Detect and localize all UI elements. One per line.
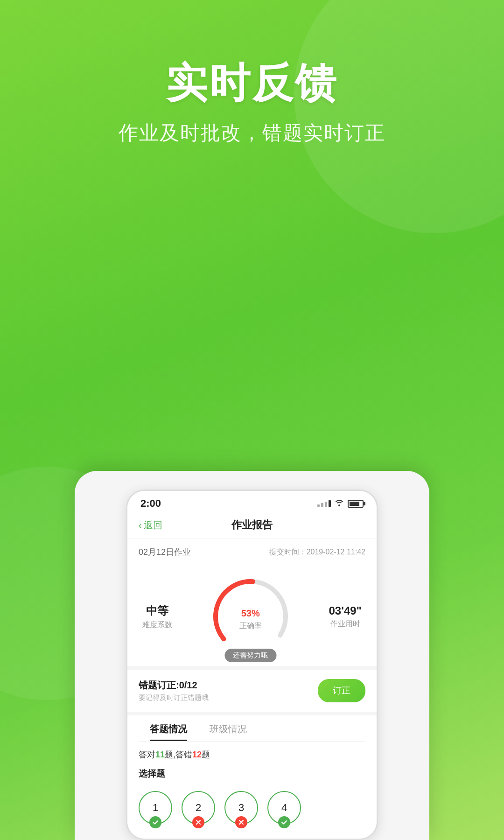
nav-bar: ‹ 返回 作业报告 [127, 513, 377, 539]
hero-subtitle: 作业及时批改，错题实时订正 [0, 120, 504, 146]
error-subtitle: 要记得及时订正错题哦 [139, 693, 209, 702]
list-item: 3 [224, 791, 258, 825]
submit-time-value: 2019-02-12 11:42 [307, 548, 365, 556]
wrong-badge-3 [235, 816, 247, 828]
accuracy-number: 53 [241, 608, 252, 618]
correct-badge-4 [278, 816, 290, 828]
answer-text-prefix: 答对 [139, 750, 155, 759]
answer-text-mid: 题,答错 [165, 750, 192, 759]
tab-answer-situation[interactable]: 答题情况 [139, 715, 198, 741]
signal-dots-icon [317, 500, 331, 507]
question-number-4: 4 [281, 802, 287, 814]
back-button[interactable]: ‹ 返回 [139, 519, 176, 532]
battery-icon [348, 500, 364, 508]
question-number-1: 1 [153, 802, 158, 814]
duration-value: 03'49" [329, 604, 362, 617]
tabs-container: 答题情况 班级情况 [127, 712, 377, 742]
accuracy-circle: 53% 正确率 还需努力哦 [209, 574, 293, 658]
answer-text-end: 题 [202, 750, 210, 759]
correct-button[interactable]: 订正 [318, 679, 365, 702]
assignment-name: 02月12日作业 [139, 546, 191, 558]
question-circles: 1 2 [127, 787, 377, 839]
wrong-count: 12 [192, 750, 202, 759]
tabs-row: 答题情况 班级情况 [127, 715, 377, 741]
encouragement-badge: 还需努力哦 [224, 649, 276, 662]
accuracy-label: 正确率 [239, 621, 262, 631]
error-info: 错题订正:0/12 要记得及时订正错题哦 [139, 679, 209, 702]
question-circle-4: 4 [267, 791, 301, 825]
question-circle-1: 1 [139, 791, 172, 825]
difficulty-label: 难度系数 [142, 620, 172, 630]
duration-label: 作业用时 [329, 619, 362, 629]
answer-stats-text: 答对11题,答错12题 [127, 742, 377, 764]
correct-badge-1 [149, 816, 161, 828]
question-circle-3: 3 [224, 791, 258, 825]
tab-class-situation[interactable]: 班级情况 [198, 715, 258, 741]
difficulty-stat: 中等 难度系数 [142, 603, 172, 630]
hero-title: 实时反馈 [0, 61, 504, 106]
list-item: 2 [182, 791, 215, 825]
wrong-badge-2 [192, 816, 204, 828]
status-icons [317, 499, 364, 509]
back-label: 返回 [144, 519, 162, 532]
phone-container: 2:00 [75, 471, 429, 840]
page-title: 作业报告 [176, 518, 328, 532]
question-circle-2: 2 [182, 791, 215, 825]
accuracy-unit: % [252, 608, 260, 618]
status-time: 2:00 [140, 497, 161, 510]
phone-frame: 2:00 [126, 490, 378, 840]
list-item: 1 [139, 791, 172, 825]
submit-time: 提交时间：2019-02-12 11:42 [269, 547, 365, 557]
phone-card: 2:00 [75, 471, 429, 840]
question-number-2: 2 [196, 802, 201, 814]
error-title: 错题订正:0/12 [139, 679, 209, 692]
circle-center: 53% 正确率 [239, 602, 262, 631]
list-item: 4 [267, 791, 301, 825]
accuracy-percent: 53% [239, 602, 262, 619]
stats-section: 中等 难度系数 53% 正确率 [127, 563, 377, 666]
question-type-label: 选择题 [127, 764, 377, 787]
question-number-3: 3 [238, 802, 244, 814]
error-section: 错题订正:0/12 要记得及时订正错题哦 订正 [127, 666, 377, 712]
back-chevron-icon: ‹ [139, 520, 142, 531]
wifi-icon [335, 499, 344, 509]
difficulty-value: 中等 [142, 603, 172, 618]
submit-time-label: 提交时间： [269, 548, 307, 556]
duration-stat: 03'49" 作业用时 [329, 604, 362, 629]
correct-count: 11 [155, 750, 165, 759]
status-bar: 2:00 [127, 491, 377, 513]
